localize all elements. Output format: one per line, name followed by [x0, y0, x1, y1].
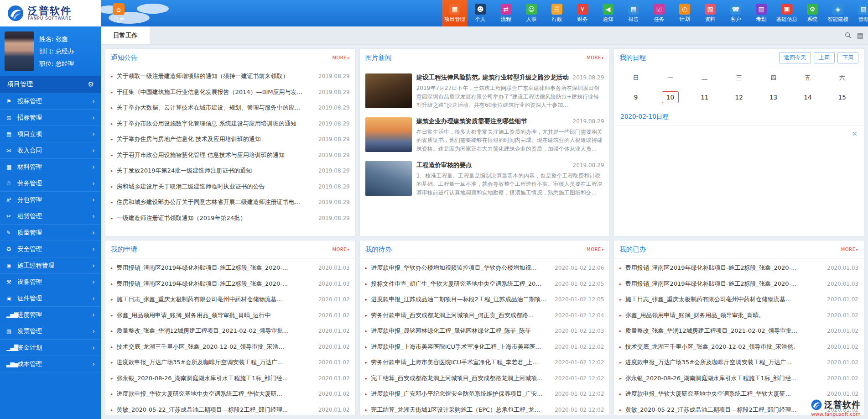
topnav-item[interactable]: ▥ 考勤: [748, 0, 774, 26]
gear-icon[interactable]: ⚙: [88, 80, 94, 89]
list-icon[interactable]: ▤: [857, 31, 863, 40]
sidebar-item[interactable]: ✂ 租赁管理 ›: [0, 208, 101, 225]
topnav-item[interactable]: ☺ 人事: [519, 0, 544, 26]
list-item[interactable]: ▸ 张鑫_用品领用申请_账簿_财务用品_领导审批_肖晴。 2020.01.02: [619, 308, 858, 324]
list-item[interactable]: ▸ 费用报销_潼南区2019年绿化补贴项目-施工2标段_张鑫_2020-... …: [111, 276, 350, 292]
date-cell[interactable]: 14: [790, 87, 825, 107]
portal-nav-item[interactable]: ⌂ 门户: [107, 0, 130, 26]
list-item[interactable]: ▸ 劳务付款申请_上海市美容医院ICU手术室净化工程_李若君_上... 2020…: [365, 355, 604, 371]
topnav-item[interactable]: ¥ 财务: [570, 0, 595, 26]
next-week-button[interactable]: 下周: [837, 52, 858, 63]
list-item[interactable]: ▸ 施工日志_张鑫_重庆太极制药有限公司亳州中药材仓储物流基... 2020.0…: [111, 292, 350, 308]
news-item[interactable]: 工程造价审核的要点 2019.08.29 1、核准工程量。工程量是编制决算最基本…: [365, 157, 604, 201]
date-cell[interactable]: 12: [722, 87, 756, 107]
list-item[interactable]: ▸ 关于领取一级注册建造师增项贴的通知（须持一建证书前来领取） 2019.08.…: [111, 68, 350, 84]
list-item[interactable]: ▸ 进度款申报_华软办公楼增加视频监控项目_华软办公楼增加视... 2020-0…: [365, 260, 604, 276]
more-link[interactable]: MORE▸: [332, 55, 349, 60]
sidebar-item[interactable]: x² 分包管理 ›: [0, 192, 101, 208]
topnav-item[interactable]: ▨ 管理: [851, 0, 868, 26]
list-item[interactable]: ▸ 进度款申报_万达广场35#会所及咖啡厅空调安装工程_万达广... 2020.…: [619, 355, 858, 371]
sidebar-item[interactable]: ✪ 安全管理 ›: [0, 241, 101, 257]
list-item[interactable]: ▸ 质量整改_张鑫_华润12城房建工程项目_2021-02-02_领导审批...…: [619, 323, 858, 339]
list-item[interactable]: ▸ 一级建造师注册证书领取通知（2019年第24批） 2019.08.29: [111, 210, 350, 226]
sidebar-item-label: 进度管理: [17, 311, 92, 319]
topnav-item[interactable]: ◴ 计划: [672, 0, 697, 26]
news-item[interactable]: 建筑企业办理建筑资质需要注意哪些细节 2019.08.29 在日常生活中，很多人…: [365, 114, 604, 157]
list-item[interactable]: ▸ 于征集《中国建筑施工行业信息化发展报告（2014）—BIM应用与发... 2…: [111, 84, 350, 100]
list-item[interactable]: ▸ 进度款申报_广安邓小平纪念馆安全防范系统维护保养项目_广安... 2020-…: [365, 386, 604, 402]
date-cell[interactable]: 9: [619, 87, 653, 107]
list-item[interactable]: ▸ 关于召开市政公用设施智慧化管理 信息技术与应用培训班的通知 2019.08.…: [111, 147, 350, 163]
today-button[interactable]: 返回今天: [779, 52, 811, 63]
list-item[interactable]: ▸ 进度款申报_晟铭园林绿化工程_晟铭园林绿化工程_陈菲_陈菲 2020-01-…: [365, 323, 604, 339]
topnav-item[interactable]: ▣ 基础信息: [774, 0, 800, 26]
list-item[interactable]: ▸ 关于举办住房与房地产信息化 技术及应用培训班的通知 2019.08.29: [111, 131, 350, 147]
topnav-item[interactable]: ▦ 项目管理: [442, 0, 468, 26]
list-item[interactable]: ▸ 技术交底_龙湖三千里小区_张鑫_2020-12-02_领导审批_宋浩然. 2…: [619, 339, 858, 355]
list-item[interactable]: ▸ 黄敏_2020-05-22_江苏成品油二期项目—标段2工程_部门经理... …: [111, 402, 350, 415]
sidebar-item[interactable]: ▂▅▇ 进度管理 ›: [0, 307, 101, 323]
news-item[interactable]: 建设工程法律风险防范, 建筑行业转型升级之路沙龙活动 2019.08.29 20…: [365, 70, 604, 114]
topnav-item[interactable]: ☎ 客户: [723, 0, 748, 26]
list-item[interactable]: ▸ 进度款申报_华软大厦研究基地中央空调系统工程_华软大厦研... 2020.0…: [111, 386, 350, 402]
list-item[interactable]: ▸ 张鑫_用品领用申请_账簿_财务用品_领导审批_肖晴_运行中 2020.01.…: [111, 308, 350, 324]
topnav-item[interactable]: ☑ 任务: [646, 0, 672, 26]
item-text: 于征集《中国建筑施工行业信息化发展报告（2014）—BIM应用与发...: [117, 88, 314, 96]
sidebar-item[interactable]: ⚖ 招标管理 ›: [0, 110, 101, 126]
topnav-item[interactable]: ☻ 个人: [468, 0, 493, 26]
sidebar-item[interactable]: ♲ 劳务管理 ›: [0, 175, 101, 192]
topnav-item[interactable]: ⇄ 流程: [493, 0, 519, 26]
sidebar-item[interactable]: ▧ 发票管理 ›: [0, 323, 101, 340]
sidebar-item[interactable]: ✉ 收入合同 ›: [0, 142, 101, 159]
sidebar-item[interactable]: ▃▆▅ 成本管理 ›: [0, 356, 101, 372]
date-cell[interactable]: 10: [653, 87, 687, 107]
topnav-item[interactable]: ▤ 报告: [621, 0, 646, 26]
search-icon[interactable]: [845, 32, 852, 39]
more-link[interactable]: MORE▸: [587, 55, 604, 60]
more-link[interactable]: MORE▸: [841, 247, 858, 252]
list-item[interactable]: ▸ 完工结算_龙湖天街城1区设计采购施工（EPC）总承包工程_龙... 2020…: [365, 402, 604, 415]
list-item[interactable]: ▸ 房和城乡建设厅关于取消二级建造师临时执业证书的公告 2019.08.29: [111, 179, 350, 195]
list-item[interactable]: ▸ 关于举办市政公用设施数字化管理信息 系统建设与应用培训班的通知 2019.0…: [111, 116, 350, 132]
list-item[interactable]: ▸ 质量整改_张鑫_华润12城房建工程项目_2021-02-02_领导审批...…: [111, 323, 350, 339]
more-link[interactable]: MORE▸: [332, 247, 349, 252]
list-item[interactable]: ▸ 进度款申报_上海市美容医院ICU手术室净化工程_上海市美容医... 2020…: [365, 339, 604, 355]
prev-week-button[interactable]: 上周: [814, 52, 835, 63]
list-item[interactable]: ▸ 投标文件审查_胡广生_华软大厦研究基地中央空调系统工程_20... 2020…: [365, 276, 604, 292]
sidebar-item[interactable]: ▣ 证件管理 ›: [0, 290, 101, 307]
sidebar-item[interactable]: ⚑ 投标管理 ›: [0, 93, 101, 110]
list-item[interactable]: ▸ 住房和城乡建设部办公厅关于同意吉林省开展二级建造师注册证书电... 2019…: [111, 194, 350, 210]
list-item[interactable]: ▸ 费用报销_潼南区2019年绿化补贴项目-施工2标段_张鑫_2020-... …: [619, 260, 858, 276]
list-item[interactable]: ▸ 关于举办大数据、云计算技术在城市建设、规划、管理与服务中的应... 2019…: [111, 100, 350, 116]
list-item[interactable]: ▸ 劳务付款申请_西安成都龙洞上河城项目_何正贵_西安成都路... 2020-0…: [365, 308, 604, 324]
topnav-item[interactable]: ☰ 行政: [544, 0, 570, 26]
topnav-item[interactable]: ◀ 通知: [595, 0, 621, 26]
sidebar-item[interactable]: ◉ 施工过程管理 ›: [0, 257, 101, 274]
list-item[interactable]: ▸ 关于发放2019年第24批一级建造师注册证书的通知 2019.08.29: [111, 163, 350, 179]
list-item[interactable]: ▸ 费用报销_潼南区2019年绿化补贴项目-施工2标段_张鑫_2020-... …: [619, 276, 858, 292]
list-item[interactable]: ▸ 费用报销_潼南区2019年绿化补贴项目-施工2标段_张鑫_2020-... …: [111, 260, 350, 276]
close-icon[interactable]: ×: [852, 130, 858, 138]
topnav-item[interactable]: ▧ 资料: [697, 0, 723, 26]
list-item[interactable]: ▸ 张永银_2020-08-26_湖南洞庭湖水库引水工程施工1标_部门经... …: [619, 371, 858, 387]
topnav-item[interactable]: ⚙ 系统: [800, 0, 825, 26]
topnav-item-label: 管理: [858, 16, 868, 23]
date-cell[interactable]: 11: [687, 87, 722, 107]
sidebar-item[interactable]: ⚒ 设备管理 ›: [0, 274, 101, 290]
list-item[interactable]: ▸ 张永银_2020-08-26_湖南洞庭湖水库引水工程施工1标_部门经... …: [111, 371, 350, 387]
date-cell[interactable]: 15: [825, 87, 859, 107]
sidebar-item[interactable]: ▤ 项目立项 ›: [0, 126, 101, 142]
sidebar-item[interactable]: ✎ 质量管理 ›: [0, 225, 101, 241]
more-link[interactable]: MORE▸: [587, 247, 604, 252]
sidebar-item[interactable]: ▁▄█ 资金计划 ›: [0, 340, 101, 356]
topnav-item[interactable]: ◈ 智能建模: [825, 0, 851, 26]
sidebar-item[interactable]: ▦ 材料管理 ›: [0, 159, 101, 175]
list-item[interactable]: ▸ 施工日志_张鑫_重庆太极制药有限公司亳州中药材仓储物流基... 2020.0…: [619, 292, 858, 308]
date-cell[interactable]: 13: [756, 87, 790, 107]
topnav-item-icon: ☺: [526, 4, 537, 15]
list-item[interactable]: ▸ 技术交底_龙湖三千里小区_张鑫_2020-12-02_领导审批_宋浩... …: [111, 339, 350, 355]
list-item[interactable]: ▸ 完工结算_西安成都路龙洞上河城项目_西安成都路龙洞上河城项... 2020-…: [365, 371, 604, 387]
list-item[interactable]: ▸ 进度款申报_万达广场35#会所及咖啡厅空调安装工程_万达广... 2020.…: [111, 355, 350, 371]
tab-daily-work[interactable]: 日常工作: [101, 26, 150, 44]
list-item[interactable]: ▸ 进度款申报_江苏成品油二期项目—标段2工程_江苏成品油二期项... 2020…: [365, 292, 604, 308]
